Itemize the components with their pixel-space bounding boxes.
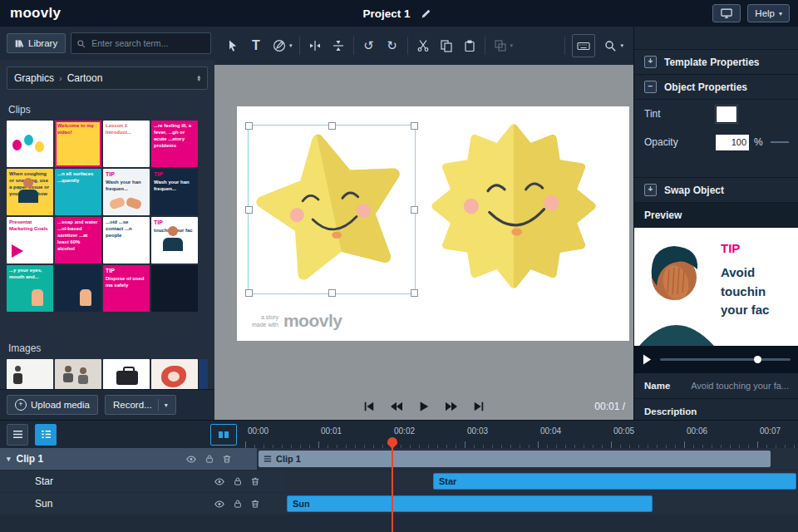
shortcuts-icon[interactable] — [572, 34, 595, 57]
opacity-slider[interactable] — [771, 141, 789, 143]
visibility-icon[interactable] — [214, 476, 225, 487]
clip-thumbnail[interactable] — [7, 121, 53, 167]
lock-icon[interactable] — [233, 476, 243, 486]
delete-icon[interactable] — [250, 499, 260, 509]
clip-thumbnail[interactable]: ...soap and water ...ol-based sanitizer … — [55, 217, 101, 264]
opacity-input[interactable] — [716, 135, 749, 150]
clip-thumbnail[interactable]: When coughing or sneezing, use a paper t… — [7, 169, 53, 215]
collapse-caret-icon[interactable]: ▾ — [7, 455, 11, 463]
timeline-bar-sun[interactable]: Sun — [287, 495, 653, 512]
lock-icon[interactable] — [204, 454, 214, 464]
canvas-workspace[interactable]: a story made with moovly — [214, 65, 633, 393]
search-input[interactable] — [90, 37, 205, 49]
image-thumbnail[interactable] — [7, 359, 53, 391]
track-label-clip-1[interactable]: ▾Clip 1 — [0, 448, 257, 470]
image-thumbnail[interactable] — [103, 359, 150, 391]
selection-handle[interactable] — [411, 206, 418, 214]
text-tool-icon[interactable]: T — [248, 37, 264, 55]
track-lane-clip-1[interactable]: Clip 1 — [257, 448, 798, 470]
preview-play-icon[interactable] — [643, 354, 652, 365]
selection-handle[interactable] — [328, 122, 336, 130]
clip-thumbnail[interactable]: ...oid ...se contact ...n people — [103, 217, 150, 264]
clip-thumbnail[interactable]: TIPtouchin your fac — [151, 217, 198, 264]
undo-icon[interactable]: ↺ — [361, 37, 377, 55]
clip-thumbnail[interactable]: TIPWash your han frequen... — [151, 169, 198, 215]
fast-forward-icon[interactable] — [445, 401, 458, 412]
align-horizontal-icon[interactable] — [307, 37, 323, 55]
selection-handle[interactable] — [245, 122, 253, 130]
category-select[interactable]: Graphics › Cartoon ▴▾ — [7, 66, 208, 90]
selection-handle[interactable] — [411, 122, 418, 130]
selection-handle[interactable] — [411, 289, 418, 297]
timeline-view-toggle[interactable] — [210, 424, 237, 446]
clip-thumbnail[interactable]: Presentat Marketing Goals — [7, 217, 53, 264]
clip-thumbnail[interactable] — [151, 265, 198, 312]
track-lane-star[interactable]: Star — [285, 470, 798, 492]
collapse-icon[interactable]: − — [644, 81, 657, 93]
timeline-ruler[interactable]: 00:0000:0100:0200:0300:0400:0500:0600:07 — [244, 421, 798, 448]
preview-progress[interactable] — [660, 358, 791, 361]
timeline-bar-star[interactable]: Star — [433, 473, 796, 490]
clip-thumbnail[interactable]: TIPWash your han frequen... — [103, 169, 150, 215]
rewind-icon[interactable] — [390, 401, 403, 412]
preview-progress-knob[interactable] — [754, 356, 761, 363]
track-label-sun[interactable]: Sun — [0, 493, 285, 515]
track-label-star[interactable]: Star — [0, 470, 285, 492]
caret-down-icon[interactable]: ▾ — [620, 42, 623, 49]
record-button[interactable]: Record... ▾ — [105, 395, 176, 415]
clip-thumbnail[interactable]: TIPDispose of used ma safely — [103, 265, 150, 312]
help-button[interactable]: Help ▾ — [747, 4, 790, 22]
clip-thumbnail[interactable]: Welcome to my video! — [55, 121, 101, 167]
project-title[interactable]: Project 1 — [362, 7, 410, 20]
redo-icon[interactable]: ↻ — [384, 37, 401, 55]
copy-icon[interactable] — [438, 37, 455, 55]
delete-icon[interactable] — [222, 454, 232, 464]
image-thumbnail[interactable] — [200, 359, 208, 391]
sun-object[interactable] — [426, 119, 601, 293]
clip-thumbnail[interactable]: ...y your eyes, mouth and... — [7, 265, 53, 312]
caret-down-icon[interactable]: ▾ — [510, 42, 514, 49]
skip-start-icon[interactable] — [363, 401, 375, 412]
delete-icon[interactable] — [250, 476, 260, 486]
draw-tool-icon[interactable] — [271, 37, 288, 55]
play-icon[interactable] — [418, 401, 430, 412]
timeline-bar-clip-1[interactable]: Clip 1 — [259, 451, 771, 467]
skip-end-icon[interactable] — [473, 401, 485, 412]
playhead-knob[interactable] — [387, 437, 397, 444]
stage[interactable]: a story made with moovly — [237, 106, 629, 341]
clip-thumbnail[interactable]: Lesson 1 Introduct... — [103, 121, 150, 167]
visibility-icon[interactable] — [185, 454, 197, 465]
selection-handle[interactable] — [245, 206, 253, 214]
timeline-layers-button[interactable] — [35, 424, 57, 446]
select-tool-icon[interactable] — [224, 37, 241, 55]
caret-down-icon[interactable]: ▾ — [289, 42, 293, 49]
visibility-icon[interactable] — [214, 499, 225, 510]
selection-box[interactable] — [248, 125, 416, 294]
cut-icon[interactable] — [415, 37, 431, 55]
lock-icon[interactable] — [233, 499, 243, 509]
selection-handle[interactable] — [328, 289, 336, 297]
paste-icon[interactable] — [461, 37, 478, 55]
template-properties-section[interactable]: + Template Properties — [634, 49, 798, 75]
align-vertical-icon[interactable] — [330, 37, 347, 55]
image-thumbnail[interactable] — [55, 359, 101, 391]
search-box[interactable] — [71, 32, 211, 54]
selection-handle[interactable] — [245, 289, 253, 297]
clip-thumbnail[interactable] — [55, 265, 101, 312]
expand-icon[interactable]: + — [644, 184, 657, 196]
image-thumbnail[interactable] — [151, 359, 198, 391]
clip-thumbnail[interactable]: ...n all surfaces ...quently — [55, 169, 101, 215]
playhead[interactable] — [392, 446, 393, 532]
display-mode-button[interactable] — [712, 4, 741, 22]
track-lane-sun[interactable]: Sun — [285, 493, 798, 515]
timeline-menu-button[interactable] — [7, 424, 28, 446]
clip-thumbnail[interactable]: ...re feeling ill, a fever, ...gh or acu… — [151, 121, 198, 167]
expand-icon[interactable]: + — [644, 56, 657, 68]
tint-swatch[interactable] — [716, 106, 737, 123]
zoom-icon[interactable] — [602, 37, 618, 55]
upload-media-button[interactable]: + Upload media — [7, 395, 98, 415]
object-properties-section[interactable]: − Object Properties — [634, 74, 798, 100]
swap-object-section[interactable]: + Swap Object — [634, 177, 798, 203]
arrange-icon[interactable] — [492, 37, 509, 55]
edit-title-icon[interactable] — [417, 4, 436, 22]
